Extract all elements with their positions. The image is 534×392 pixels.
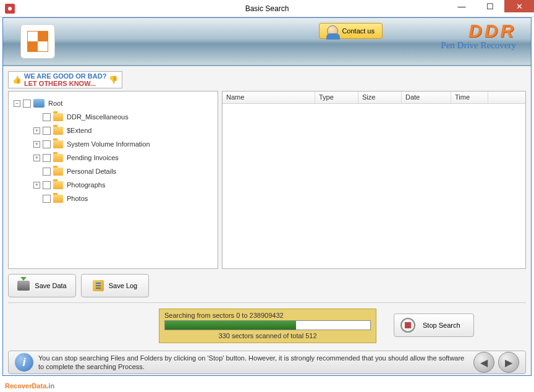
- main-panel: − Root DDR_Miscellaneous+$Extend+System …: [8, 91, 526, 269]
- checkbox[interactable]: [43, 181, 51, 189]
- checkbox[interactable]: [43, 195, 51, 203]
- folder-icon: [53, 140, 63, 148]
- stop-icon: [400, 318, 415, 333]
- tree-item[interactable]: +Photographs: [14, 178, 213, 192]
- col-size[interactable]: Size: [358, 92, 402, 103]
- tree-item-label: $Extend: [67, 127, 91, 134]
- checkbox[interactable]: [43, 127, 51, 135]
- folder-tree[interactable]: − Root DDR_Miscellaneous+$Extend+System …: [8, 91, 218, 269]
- tree-root[interactable]: − Root: [14, 96, 213, 110]
- thumb-up-icon: 👍: [12, 75, 22, 84]
- expand-icon[interactable]: +: [33, 141, 40, 148]
- save-data-label: Save Data: [35, 282, 66, 289]
- logo-icon: [27, 31, 48, 52]
- tree-item[interactable]: +$Extend: [14, 124, 213, 137]
- expand-icon[interactable]: +: [33, 127, 40, 134]
- tree-item[interactable]: Photos: [14, 192, 213, 205]
- rating-bar[interactable]: 👍 WE ARE GOOD OR BAD? LET OTHERS KNOW...…: [8, 71, 122, 88]
- stop-search-button[interactable]: Stop Search: [394, 313, 474, 337]
- brand-name: DDR: [441, 20, 516, 41]
- window-controls: — ☐ ✕: [447, 0, 534, 12]
- stop-label: Stop Search: [423, 322, 460, 329]
- progress-bar: [164, 320, 371, 330]
- tree-item[interactable]: DDR_Miscellaneous: [14, 110, 213, 124]
- nav-buttons: ◀ ▶: [473, 352, 519, 373]
- person-icon: [327, 25, 338, 36]
- info-text: You can stop searching Files and Folders…: [38, 354, 468, 372]
- header-band: Contact us DDR Pen Drive Recovery: [3, 18, 531, 66]
- folder-icon: [53, 127, 63, 135]
- col-name[interactable]: Name: [222, 92, 315, 103]
- logo: [20, 24, 55, 59]
- folder-icon: [53, 154, 63, 162]
- tree-item[interactable]: +System Volume Information: [14, 137, 213, 151]
- rating-line1: WE ARE GOOD OR BAD?: [24, 72, 106, 80]
- root-label: Root: [48, 100, 62, 107]
- brand-subtitle: Pen Drive Recovery: [441, 40, 516, 51]
- file-list[interactable]: Name Type Size Date Time: [222, 91, 526, 269]
- computer-icon: [33, 99, 44, 108]
- expand-icon[interactable]: +: [33, 182, 40, 189]
- list-header: Name Type Size Date Time: [222, 92, 525, 104]
- tree-item[interactable]: Personal Details: [14, 164, 213, 178]
- save-log-label: Save Log: [109, 282, 137, 289]
- tree-item-label: Photographs: [67, 181, 105, 189]
- checkbox[interactable]: [23, 100, 31, 108]
- window-title: Basic Search: [245, 4, 289, 13]
- footer-tld: .in: [46, 382, 54, 390]
- contact-label: Contact us: [342, 27, 375, 35]
- tree-item[interactable]: +Pending Invoices: [14, 151, 213, 164]
- rating-text: WE ARE GOOD OR BAD? LET OTHERS KNOW...: [24, 72, 106, 87]
- progress-fill: [165, 321, 296, 330]
- tree-item-label: DDR_Miscellaneous: [67, 113, 129, 121]
- back-button[interactable]: ◀: [473, 352, 494, 373]
- info-icon: i: [15, 353, 33, 372]
- tree-item-label: System Volume Information: [67, 140, 150, 148]
- col-type[interactable]: Type: [315, 92, 358, 103]
- collapse-icon[interactable]: −: [14, 100, 20, 107]
- checkbox[interactable]: [43, 154, 51, 162]
- expand-icon[interactable]: +: [33, 155, 40, 161]
- info-bar: i You can stop searching Files and Folde…: [8, 351, 526, 374]
- app-icon: [5, 4, 15, 14]
- col-time[interactable]: Time: [451, 92, 488, 103]
- brand-block: DDR Pen Drive Recovery: [441, 20, 516, 51]
- checkbox[interactable]: [43, 140, 51, 148]
- col-date[interactable]: Date: [402, 92, 451, 103]
- progress-label: Searching from sectors 0 to 238909432: [164, 312, 371, 319]
- tree-item-label: Personal Details: [67, 168, 116, 175]
- tree-item-label: Pending Invoices: [67, 154, 119, 161]
- rating-line2: LET OTHERS KNOW...: [24, 80, 106, 87]
- folder-icon: [53, 195, 63, 203]
- save-data-button[interactable]: Save Data: [8, 274, 76, 297]
- thumb-down-icon: 👎: [109, 75, 118, 84]
- footer-brand: RecoverData.in: [5, 380, 54, 391]
- close-button[interactable]: ✕: [504, 0, 534, 12]
- footer-name: RecoverData: [5, 382, 46, 390]
- folder-icon: [53, 113, 63, 121]
- save-log-icon: [93, 280, 104, 291]
- maximize-button[interactable]: ☐: [476, 0, 504, 12]
- folder-icon: [53, 168, 63, 176]
- forward-button[interactable]: ▶: [498, 352, 519, 373]
- minimize-button[interactable]: —: [447, 0, 476, 12]
- titlebar: Basic Search — ☐ ✕: [0, 0, 534, 17]
- save-data-icon: [17, 281, 30, 291]
- progress-panel: Searching from sectors 0 to 238909432 33…: [159, 309, 376, 343]
- app-body: Contact us DDR Pen Drive Recovery 👍 WE A…: [2, 17, 532, 376]
- action-row: Save Data Save Log: [8, 274, 149, 297]
- progress-status: 330 sectors scanned of total 512: [164, 332, 371, 339]
- checkbox[interactable]: [43, 168, 51, 176]
- contact-us-button[interactable]: Contact us: [319, 23, 383, 39]
- folder-icon: [53, 181, 63, 189]
- tree-item-label: Photos: [67, 195, 88, 202]
- save-log-button[interactable]: Save Log: [81, 274, 149, 297]
- checkbox[interactable]: [43, 113, 51, 121]
- divider: [8, 302, 526, 303]
